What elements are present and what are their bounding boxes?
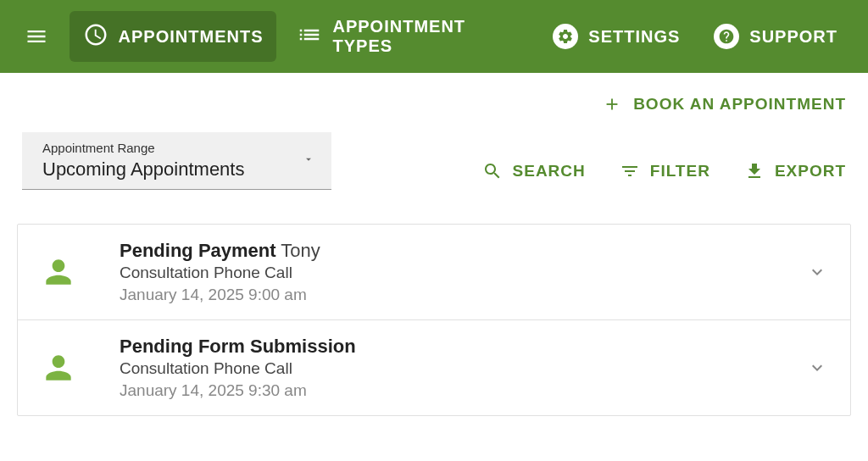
nav-label: SUPPORT [749, 27, 837, 47]
range-value: Upcoming Appointments [42, 158, 289, 181]
export-button[interactable]: EXPORT [744, 161, 846, 181]
download-icon [744, 161, 765, 181]
item-content: Pending Payment Tony Consultation Phone … [120, 240, 804, 304]
app-header: APPOINTMENTS APPOINTMENT TYPES SETTINGS … [0, 0, 868, 73]
appointment-date: January 14, 2025 9:00 am [120, 286, 804, 304]
avatar [38, 349, 79, 386]
appointment-list: Pending Payment Tony Consultation Phone … [17, 224, 851, 416]
nav-appointments[interactable]: APPOINTMENTS [70, 11, 277, 62]
nav-label: APPOINTMENTS [119, 27, 264, 47]
action-label: FILTER [650, 162, 710, 181]
search-icon [482, 161, 503, 181]
nav-support[interactable]: SUPPORT [700, 11, 851, 62]
nav-appointment-types[interactable]: APPOINTMENT TYPES [283, 11, 532, 62]
action-row: SEARCH FILTER EXPORT [482, 161, 846, 190]
list-icon [297, 22, 322, 52]
item-content: Pending Form Submission Consultation Pho… [120, 336, 804, 400]
chevron-down-icon [807, 262, 827, 282]
hamburger-icon [25, 25, 48, 48]
book-label: BOOK AN APPOINTMENT [633, 95, 846, 114]
nav-label: SETTINGS [588, 27, 680, 47]
avatar [38, 253, 79, 291]
action-label: SEARCH [513, 162, 586, 181]
plus-icon [603, 95, 621, 114]
item-title: Pending Form Submission [120, 336, 804, 358]
expand-button[interactable] [804, 262, 830, 282]
controls-row: Appointment Range Upcoming Appointments … [0, 122, 868, 190]
nav-settings[interactable]: SETTINGS [539, 11, 693, 62]
chevron-down-icon [807, 358, 827, 378]
search-button[interactable]: SEARCH [482, 161, 586, 181]
list-item[interactable]: Pending Form Submission Consultation Pho… [18, 320, 850, 415]
help-icon [714, 24, 739, 49]
filter-icon [620, 161, 640, 181]
range-select[interactable]: Appointment Range Upcoming Appointments [22, 132, 331, 190]
appointment-date: January 14, 2025 9:30 am [120, 381, 804, 400]
gear-icon [553, 24, 578, 49]
clock-icon [83, 22, 108, 52]
action-label: EXPORT [775, 162, 846, 181]
appointment-type: Consultation Phone Call [120, 264, 804, 282]
chevron-down-icon [303, 153, 314, 169]
appointment-type: Consultation Phone Call [120, 359, 804, 378]
client-name: Tony [281, 240, 320, 261]
book-appointment-button[interactable]: BOOK AN APPOINTMENT [603, 86, 846, 122]
range-label: Appointment Range [42, 141, 289, 155]
expand-button[interactable] [804, 358, 830, 378]
list-item[interactable]: Pending Payment Tony Consultation Phone … [18, 225, 850, 320]
toolbar: BOOK AN APPOINTMENT [0, 73, 868, 122]
filter-button[interactable]: FILTER [620, 161, 710, 181]
status: Pending Payment [120, 240, 276, 261]
item-title: Pending Payment Tony [120, 240, 804, 262]
status: Pending Form Submission [120, 336, 356, 357]
nav-label: APPOINTMENT TYPES [332, 17, 519, 56]
person-icon [40, 349, 77, 386]
person-icon [40, 253, 77, 291]
menu-button[interactable] [17, 16, 56, 57]
